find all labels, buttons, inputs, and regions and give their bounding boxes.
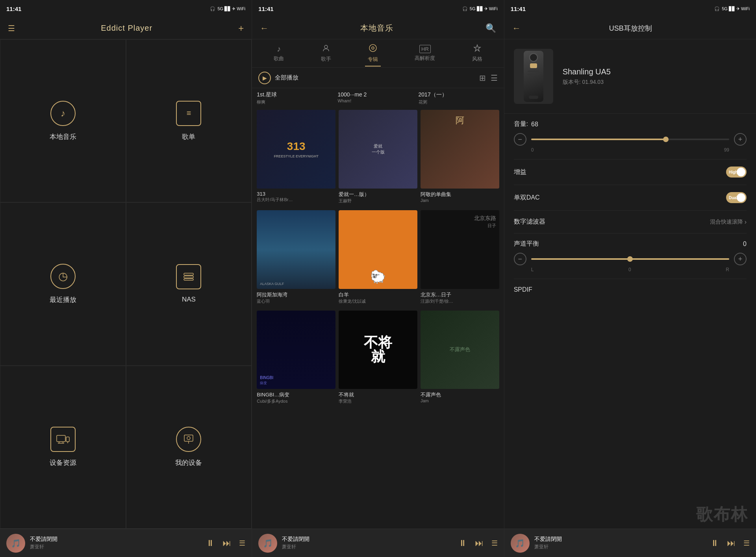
local-music-header: ← 本地音乐 🔍 (252, 17, 504, 39)
pause-icon-3[interactable]: ⏸ (710, 538, 719, 548)
playlist-icon-btn-3[interactable]: ☰ (743, 539, 750, 548)
pause-icon-1[interactable]: ⏸ (206, 538, 215, 548)
songs-tab-label: 歌曲 (274, 55, 284, 62)
play-all-button[interactable]: ▶ (258, 72, 271, 84)
hamburger-menu-icon[interactable]: ☰ (8, 24, 15, 33)
volume-decrease-button[interactable]: − (514, 133, 526, 146)
grid-item-playlist[interactable]: ≡ 歌单 (126, 39, 252, 202)
gain-toggle[interactable]: High (726, 167, 747, 178)
style-tab-icon (473, 44, 481, 54)
tab-albums[interactable]: 专辑 (363, 41, 383, 66)
album-beijing[interactable]: 北京东路日子 北京东…日子 汪源/刘千楚/徐… (419, 209, 501, 306)
headphone-icon-2: 🎧 (462, 6, 468, 11)
volume-slider-track[interactable] (531, 139, 729, 140)
search-button[interactable]: 🔍 (485, 23, 496, 33)
album-name-love: 爱就一…版） (339, 191, 417, 198)
grid-item-recent[interactable]: ◷ 最近播放 (0, 202, 126, 365)
usb-dac-header: ← USB耳放控制 (504, 17, 756, 39)
grid-item-device-source[interactable]: 设备资源 (0, 366, 126, 529)
svg-rect-1 (184, 276, 193, 278)
album-cover-bing: BINGBI 病变 (257, 311, 335, 389)
cover-art-hidden: 不露声色 (421, 311, 499, 389)
playlist-icon-btn-2[interactable]: ☰ (491, 539, 498, 548)
svg-point-13 (369, 44, 376, 52)
tab-songs[interactable]: ♪ 歌曲 (269, 41, 289, 65)
album-notyield[interactable]: 不将 就 不将就 李荣浩 (337, 309, 419, 406)
balance-0-label: 0 (628, 267, 631, 272)
volume-slider-thumb[interactable] (663, 137, 669, 142)
grid-item-local-music[interactable]: ♪ 本地音乐 (0, 39, 126, 202)
back-button-3[interactable]: ← (512, 23, 521, 33)
cover-art-bing: BINGBI 病变 (257, 311, 335, 389)
signal-icons-3: 5G ▊▊ ✈ WiFi (722, 6, 750, 11)
album-item-2017[interactable]: 2017（一） 花粥 (419, 91, 499, 105)
next-icon-2[interactable]: ⏭ (475, 538, 484, 548)
balance-value: 0 (743, 241, 747, 248)
player-avatar-3: 🎵 (511, 534, 530, 553)
status-icons-2: 🎧 5G ▊▊ ✈ WiFi (462, 6, 498, 11)
style-tab-label: 风格 (472, 56, 482, 63)
filter-value-row: 混合快速滚降 › (710, 218, 747, 226)
playlist-icon: ≡ (176, 101, 201, 126)
album-bing[interactable]: BINGBI 病变 BINGBI…病变 Cubi/多多Aydos (255, 309, 337, 406)
album-whitesheep[interactable]: 🐑 白羊 徐秉龙/沈以诚 (337, 209, 419, 306)
my-device-label: 我的设备 (175, 458, 202, 467)
spdif-label: SPDIF (514, 286, 532, 293)
grid-view-icon[interactable]: ⊞ (479, 73, 486, 83)
album-cover-adear: 阿 (421, 110, 499, 189)
artists-tab-icon (322, 44, 330, 54)
tab-artists[interactable]: 歌手 (316, 41, 336, 66)
volume-value: 68 (531, 121, 538, 128)
pause-icon-2[interactable]: ⏸ (458, 538, 467, 548)
album-313[interactable]: 313 FREESTYLE EVERYNIGHT 313 吕大叶/马子林Br… (255, 108, 337, 205)
album-name-hidden: 不露声色 (421, 391, 499, 398)
next-icon-1[interactable]: ⏭ (222, 538, 231, 548)
grid-item-my-device[interactable]: 我的设备 (126, 366, 252, 529)
player-controls-2: ⏸ ⏭ ☰ (458, 538, 498, 548)
volume-slider-fill (531, 139, 666, 140)
back-button[interactable]: ← (260, 23, 269, 33)
album-name-1000: 1000···me 2 (337, 91, 418, 98)
balance-slider-thumb[interactable] (627, 256, 633, 262)
play-all-section[interactable]: ▶ 全部播放 (258, 72, 298, 84)
album-item-1000[interactable]: 1000···me 2 Wham! (337, 91, 418, 105)
tab-style[interactable]: 风格 (467, 41, 487, 66)
device-image (514, 49, 553, 104)
player-title-1: 不爱請閉開 (30, 536, 201, 543)
balance-fill-right (630, 258, 729, 260)
grid-item-nas[interactable]: NAS (126, 202, 252, 365)
add-button[interactable]: + (238, 23, 244, 34)
volume-increase-button[interactable]: + (734, 133, 747, 146)
next-icon-3[interactable]: ⏭ (727, 538, 736, 548)
svg-rect-7 (66, 437, 69, 442)
list-view-icon[interactable]: ☰ (491, 73, 498, 83)
volume-control: 音量: 68 − + 0 99 (514, 114, 747, 159)
app-title: Eddict Player (101, 24, 152, 33)
filter-control[interactable]: 数字滤波器 混合快速滚降 › (514, 211, 747, 233)
songs-tab-icon: ♪ (277, 44, 281, 54)
album-love[interactable]: 爱就一个版 爱就一…版） 王赫野 (337, 108, 419, 205)
album-cover-whitesheep: 🐑 (339, 210, 417, 289)
album-hidden[interactable]: 不露声色 不露声色 Jam (419, 309, 501, 406)
balance-left-button[interactable]: − (514, 253, 526, 265)
album-adear[interactable]: 阿 阿敬的单曲集 Jam (419, 108, 501, 205)
player-avatar-1: 🎵 (6, 534, 25, 553)
status-time-3: 11:41 (511, 6, 526, 12)
album-name-alaska: 阿拉斯加海湾 (257, 291, 335, 298)
device-text-info: Shanling UA5 版本号: 01.94.03 (563, 67, 747, 86)
album-artist-2017: 花粥 (419, 99, 499, 105)
playlist-icon-btn-1[interactable]: ☰ (239, 539, 245, 548)
local-music-icon: ♪ (50, 101, 76, 126)
panel-local-music: 11:41 🎧 5G ▊▊ ✈ WiFi ← 本地音乐 🔍 ♪ 歌曲 歌手 专辑 (252, 0, 504, 557)
album-alaska[interactable]: ALASKA GULF 阿拉斯加海湾 蓝心羽 (255, 209, 337, 306)
album-item-1st[interactable]: 1st.星球 柳爽 (257, 91, 337, 105)
dac-toggle[interactable]: Dual (726, 192, 747, 203)
balance-slider-track[interactable] (531, 258, 729, 260)
play-all-bar: ▶ 全部播放 ⊞ ☰ (252, 68, 504, 88)
cover-art-whitesheep: 🐑 (339, 210, 417, 289)
balance-right-button[interactable]: + (734, 253, 747, 265)
album-artist-whitesheep: 徐秉龙/沈以诚 (339, 298, 417, 304)
player-title-2: 不爱請閉開 (282, 536, 453, 543)
tab-hires[interactable]: HR 高解析度 (410, 42, 440, 65)
device-source-label: 设备资源 (50, 458, 76, 467)
